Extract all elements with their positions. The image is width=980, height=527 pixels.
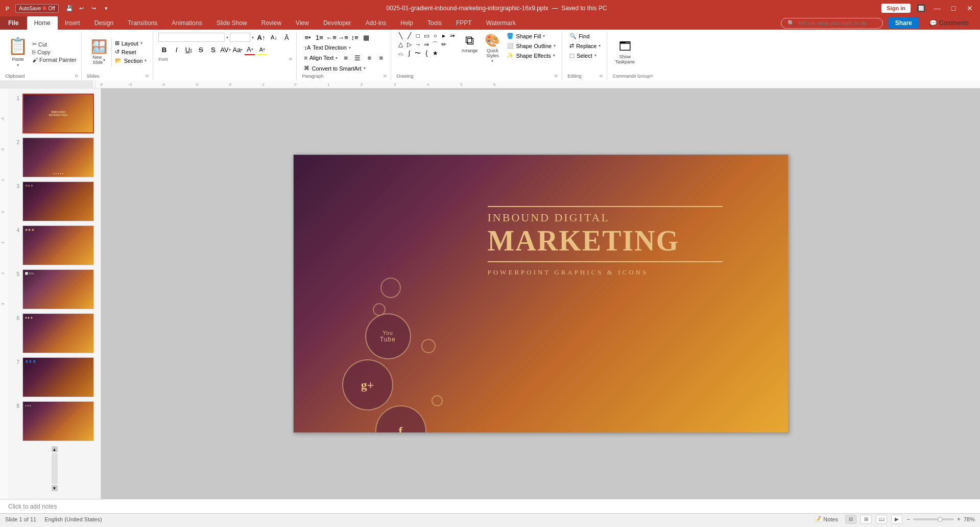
tab-home[interactable]: Home: [27, 16, 58, 30]
commands-expand-icon[interactable]: ⧉: [650, 74, 653, 79]
font-size-arrow[interactable]: ▾: [252, 35, 254, 40]
arrange-button[interactable]: ⧉ Arrange: [459, 32, 480, 55]
font-name-arrow[interactable]: ▾: [226, 35, 228, 40]
canvas-area[interactable]: You Tube g+ f: [101, 88, 980, 499]
new-slide-arrow[interactable]: ▾: [103, 58, 105, 62]
tell-me-bar[interactable]: 🔍: [781, 18, 883, 29]
reset-button[interactable]: ↺ Reset: [113, 48, 149, 56]
scroll-down-button[interactable]: ▼: [52, 485, 58, 491]
increase-indent-button[interactable]: →≡: [337, 32, 348, 43]
section-button[interactable]: 📂 Section ▾: [113, 57, 149, 64]
slide-thumb-2[interactable]: ● ● ● ● ●: [22, 138, 94, 177]
clipboard-expand-icon[interactable]: ⧉: [75, 74, 78, 79]
columns-button[interactable]: ▦: [361, 32, 372, 43]
zoom-out-button[interactable]: −: [906, 516, 910, 523]
char-spacing-button[interactable]: AV▾: [220, 44, 231, 55]
slide-sorter-button[interactable]: ⊞: [861, 515, 872, 524]
quick-styles-arrow[interactable]: ▾: [491, 59, 493, 63]
quick-styles-button[interactable]: 🎨 QuickStyles ▾: [482, 32, 503, 65]
shape-round-rect[interactable]: ▭: [422, 32, 431, 40]
decrease-font-button[interactable]: A↓: [268, 32, 279, 43]
shape-more[interactable]: ▸: [440, 32, 448, 40]
tab-addins[interactable]: Add-ins: [358, 16, 394, 30]
tab-fppt[interactable]: FPPT: [449, 16, 479, 30]
editing-expand-icon[interactable]: ⧉: [600, 74, 603, 79]
shape-brace[interactable]: {: [422, 49, 431, 57]
increase-font-button[interactable]: A↑: [255, 32, 267, 43]
slide-item-1[interactable]: 1 INBOUNDMARKETING: [11, 93, 98, 134]
shadow-button[interactable]: S: [207, 44, 219, 55]
align-left-button[interactable]: ≡: [340, 52, 351, 63]
decrease-indent-button[interactable]: ←≡: [325, 32, 337, 43]
undo-button[interactable]: ↩: [76, 3, 87, 14]
zoom-in-button[interactable]: +: [957, 516, 961, 523]
autosave-button[interactable]: AutoSave Off: [15, 4, 59, 13]
copy-button[interactable]: ⎘ Copy: [31, 49, 78, 56]
highlight-color-button[interactable]: A▾: [256, 44, 268, 55]
slide-thumb-8[interactable]: ● ● ●: [22, 401, 94, 441]
tab-developer[interactable]: Developer: [316, 16, 358, 30]
change-case-button[interactable]: Aa▾: [232, 44, 243, 55]
format-painter-button[interactable]: 🖌 Format Painter: [31, 56, 78, 63]
tab-transitions[interactable]: Transitions: [121, 16, 164, 30]
convert-smartart-button[interactable]: ⌘ Convert to SmartArt ▾: [302, 64, 367, 72]
close-button[interactable]: ✕: [964, 2, 976, 14]
layout-arrow[interactable]: ▾: [140, 41, 142, 45]
font-expand-icon[interactable]: ⧉: [289, 57, 292, 62]
section-arrow[interactable]: ▾: [145, 58, 147, 63]
align-text-button[interactable]: ≡ Align Text ▾: [302, 54, 340, 61]
slide-thumb-1[interactable]: INBOUNDMARKETING: [22, 94, 94, 133]
shape-fill-button[interactable]: 🪣 Shape Fill ▾: [505, 32, 558, 40]
slide-item-8[interactable]: 8 ● ● ●: [11, 400, 98, 442]
tab-review[interactable]: Review: [254, 16, 289, 30]
shape-arc[interactable]: ⌓: [396, 49, 404, 57]
slide-item-7[interactable]: 7 👤 👤 👤: [11, 356, 98, 398]
bullets-button[interactable]: ≡•: [302, 32, 313, 43]
strikethrough-button[interactable]: S: [195, 44, 206, 55]
customize-qat-button[interactable]: ▾: [101, 3, 112, 14]
bold-button[interactable]: B: [158, 44, 170, 55]
font-size-input[interactable]: [230, 33, 250, 42]
tab-watermark[interactable]: Watermark: [479, 16, 523, 30]
tell-me-input[interactable]: [798, 20, 874, 26]
align-right-button[interactable]: ≡: [364, 52, 375, 63]
shape-curve2[interactable]: ∫: [405, 49, 413, 57]
tab-file[interactable]: File: [0, 16, 27, 30]
normal-view-button[interactable]: ⊟: [845, 515, 856, 524]
cut-button[interactable]: ✂ Cut: [31, 40, 78, 48]
shape-free[interactable]: ✏: [440, 40, 448, 49]
shape-barrow[interactable]: ⇒: [422, 40, 431, 49]
zoom-slider[interactable]: [913, 518, 954, 520]
reading-view-button[interactable]: 📖: [876, 515, 887, 524]
font-color-button[interactable]: A▾: [244, 44, 255, 55]
slides-expand-icon[interactable]: ⧉: [146, 74, 149, 79]
select-button[interactable]: ⬚ Select ▾: [567, 51, 599, 60]
new-slide-button[interactable]: 🪟 NewSlide ▾: [87, 37, 112, 67]
sign-in-button[interactable]: Sign in: [881, 4, 911, 13]
justify-button[interactable]: ≡: [375, 52, 387, 63]
shape-scroll[interactable]: ≡▾: [448, 32, 457, 40]
layout-button[interactable]: ⊞ Layout ▾: [113, 39, 149, 47]
save-button[interactable]: 💾: [64, 3, 75, 14]
tab-tools[interactable]: Tools: [420, 16, 449, 30]
shape-wave[interactable]: 〜: [414, 49, 422, 57]
slide-item-4[interactable]: 4 ▣ ▣ ▣: [11, 224, 98, 266]
underline-button[interactable]: U▾: [183, 44, 194, 55]
shape-arrow[interactable]: →: [414, 40, 422, 49]
font-name-input[interactable]: [158, 33, 225, 42]
paste-button[interactable]: 📋 Paste ▾: [5, 34, 31, 70]
shape-curve[interactable]: ⌒: [431, 40, 439, 49]
shape-effects-button[interactable]: ✨ Shape Effects ▾: [505, 51, 558, 60]
tab-view[interactable]: View: [289, 16, 316, 30]
align-center-button[interactable]: ☰: [352, 52, 363, 63]
numbering-button[interactable]: 1≡: [314, 32, 325, 43]
slideshow-button[interactable]: ▶: [891, 515, 902, 524]
redo-button[interactable]: ↪: [88, 3, 100, 14]
tab-help[interactable]: Help: [393, 16, 420, 30]
shape-line2[interactable]: ╱: [405, 32, 413, 40]
notes-button[interactable]: 📝 Notes: [811, 515, 841, 523]
minimize-button[interactable]: —: [931, 2, 943, 14]
slide-thumb-6[interactable]: ◆ ◆ ◆: [22, 313, 94, 353]
shape-star[interactable]: ★: [431, 49, 439, 57]
notes-bar[interactable]: Click to add notes: [0, 499, 980, 513]
